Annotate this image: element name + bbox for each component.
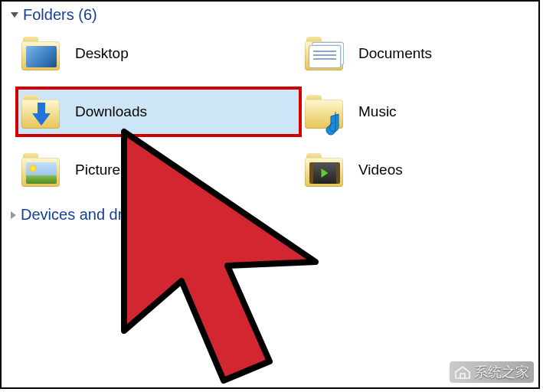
folder-icon xyxy=(20,35,63,72)
music-note-icon xyxy=(309,104,340,126)
folder-icon xyxy=(20,93,63,130)
watermark-text: 系统之家 xyxy=(474,363,529,381)
folder-label: Videos xyxy=(358,162,403,178)
download-arrow-icon xyxy=(32,103,51,129)
folder-icon xyxy=(303,93,346,130)
section-header-devices[interactable]: Devices and drives (2) xyxy=(2,201,538,227)
folder-label: Documents xyxy=(358,45,432,62)
folder-item-desktop[interactable]: Desktop xyxy=(17,30,300,77)
folder-label: Downloads xyxy=(75,103,147,120)
section-title-text: Devices and drives xyxy=(21,206,150,223)
folder-item-music[interactable]: Music xyxy=(300,88,530,136)
section-header-folders[interactable]: Folders (6) xyxy=(2,2,538,27)
watermark: 系统之家 xyxy=(450,361,534,383)
explorer-content: Folders (6) Desktop Documents xyxy=(0,0,540,389)
folder-item-videos[interactable]: Videos xyxy=(300,146,530,194)
video-icon xyxy=(309,162,340,184)
folder-label: Desktop xyxy=(75,45,129,62)
section-count: (6) xyxy=(78,6,96,23)
folder-label: Music xyxy=(358,103,397,120)
folder-icon xyxy=(20,152,63,188)
folder-icon xyxy=(303,35,346,72)
section-count: (2) xyxy=(155,206,173,223)
folder-item-downloads[interactable]: Downloads xyxy=(17,88,300,136)
folders-grid: Desktop Documents Downloads xyxy=(2,27,538,201)
folder-icon xyxy=(303,152,346,188)
folder-item-documents[interactable]: Documents xyxy=(300,30,530,77)
folder-item-pictures[interactable]: Pictures xyxy=(17,146,300,194)
chevron-down-icon xyxy=(11,12,18,18)
chevron-right-icon xyxy=(11,211,16,219)
section-title: Folders (6) xyxy=(23,6,97,24)
picture-icon xyxy=(26,162,57,184)
section-title: Devices and drives (2) xyxy=(21,206,173,224)
folder-label: Pictures xyxy=(75,162,128,178)
section-title-text: Folders xyxy=(23,6,74,23)
